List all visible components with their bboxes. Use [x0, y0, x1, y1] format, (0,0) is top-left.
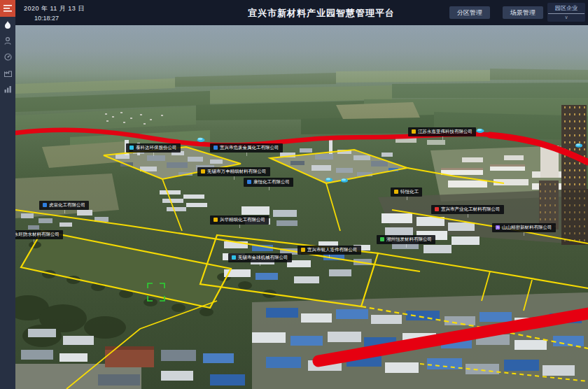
sidebar-item-menu[interactable] — [0, 0, 15, 17]
menu-icon — [4, 5, 12, 12]
company-label[interactable]: 康恒化工有限公司 — [244, 178, 293, 187]
company-label[interactable]: 潮州恒发材料有限公司 — [377, 235, 435, 244]
sidebar-item-monitor[interactable] — [0, 49, 15, 65]
flame-icon — [4, 21, 11, 29]
company-label-text: 虎皇化工有限公司 — [49, 203, 85, 208]
company-label[interactable]: 宜兴市危废金属化工有限公司 — [210, 143, 283, 153]
company-label-text: 宜兴市危废金属化工有限公司 — [220, 146, 279, 150]
company-marker-icon — [214, 218, 218, 222]
company-label-text: 江苏永嘉亚伟科技有限公司 — [418, 129, 472, 134]
page-title: 宜兴市新材料产业园智慧管理平台 — [248, 7, 395, 20]
company-marker-icon — [232, 255, 236, 260]
company-label[interactable]: 力 山山精密新材料有限公司 — [492, 223, 556, 232]
dropdown-label: 园区企业 — [547, 3, 585, 12]
sidebar — [0, 0, 15, 389]
scene-management-button[interactable]: 场景管理 — [503, 6, 543, 19]
person-icon — [4, 37, 11, 45]
company-marker-icon — [201, 169, 205, 174]
company-label[interactable]: 虎皇化工有限公司 — [39, 201, 89, 210]
park-enterprise-dropdown[interactable]: 园区企业 ∨ — [547, 3, 585, 22]
company-label-text: 宜兴市产业化工材料有限公司 — [441, 207, 500, 212]
company-label[interactable]: 特恒化工 — [391, 188, 422, 197]
atmosphere-haze — [15, 25, 588, 84]
company-label-text: 无锡市金球机械有限公司 — [238, 255, 288, 260]
company-marker-icon — [43, 203, 47, 207]
company-marker-icon: 力 — [496, 225, 500, 229]
company-label[interactable]: 兴华精细化工有限公司 — [210, 215, 269, 225]
company-label-text: 山山精密新材料有限公司 — [502, 225, 552, 230]
company-marker-icon — [247, 180, 251, 184]
time-display: 10:18:27 — [34, 15, 59, 22]
header: 2020 年 11 月 13 日 10:18:27 宜兴市新材料产业园智慧管理平… — [15, 0, 588, 25]
company-marker-icon — [380, 237, 384, 241]
company-label-text: 兴华精细化工有限公司 — [220, 218, 265, 222]
company-label[interactable]: 江苏永嘉亚伟科技有限公司 — [408, 127, 476, 136]
company-marker-icon — [301, 248, 305, 252]
company-label[interactable]: 宜兴市产业化工材料有限公司 — [431, 205, 504, 214]
sidebar-item-fire[interactable] — [0, 17, 15, 33]
company-label[interactable]: 泰科达环保股份公司 — [126, 143, 181, 153]
company-label[interactable]: 宜兴市银人造件有限公司 — [298, 246, 361, 255]
map-3d-view[interactable] — [0, 0, 588, 389]
zone-management-button[interactable]: 分区管理 — [449, 6, 490, 19]
bar-chart-icon — [4, 85, 12, 93]
company-label-text: 宜兴市银人造件有限公司 — [307, 248, 358, 253]
company-label-text: 泰科达环保股份公司 — [136, 146, 177, 150]
company-marker-icon — [130, 146, 134, 150]
smart-park-platform: 泰科达环保股份公司 宜兴市危废金属化工有限公司 无锡市万丰精细材料有限公司 康恒… — [0, 0, 588, 389]
sidebar-item-person[interactable] — [0, 33, 15, 49]
company-marker-icon — [394, 190, 398, 194]
company-marker-icon — [214, 146, 218, 150]
company-label[interactable]: 无锡市金球机械有限公司 — [228, 253, 292, 262]
sidebar-item-enterprise[interactable] — [0, 65, 15, 81]
company-label-text: 康恒化工有限公司 — [253, 180, 290, 185]
company-label-text: 潮州恒发材料有限公司 — [386, 237, 432, 242]
date-display: 2020 年 11 月 13 日 — [24, 4, 85, 13]
sidebar-item-statistics[interactable] — [0, 81, 15, 97]
company-label-text: 无锡市万丰精细材料有限公司 — [207, 169, 267, 174]
company-marker-icon — [435, 207, 439, 211]
chevron-down-icon: ∨ — [547, 14, 585, 20]
company-label[interactable]: 无锡市万丰精细材料有限公司 — [197, 167, 270, 176]
company-label-text: 永旺防水材料有限公司 — [14, 232, 59, 237]
company-label-text: 特恒化工 — [400, 190, 419, 194]
gauge-icon — [4, 53, 12, 61]
company-marker-icon — [412, 129, 416, 134]
factory-icon — [4, 69, 12, 77]
